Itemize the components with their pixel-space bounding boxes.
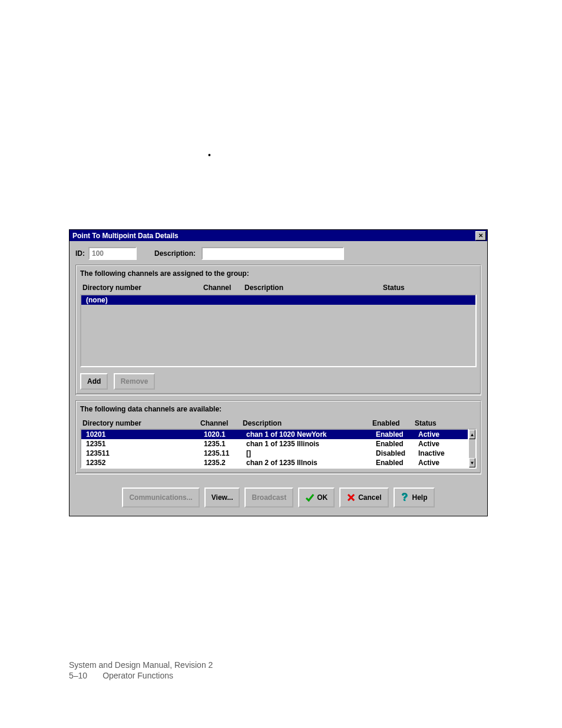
col-status: Status — [415, 419, 462, 427]
help-button[interactable]: ?? Help — [394, 487, 435, 508]
table-row[interactable]: 12351 1235.1 chan 1 of 1235 Illinois Ena… — [81, 439, 468, 449]
assigned-caption: The following channels are assigned to t… — [80, 269, 477, 278]
titlebar: Point To Multipoint Data Details ✕ — [70, 230, 487, 241]
cancel-label: Cancel — [358, 493, 381, 502]
dialog-window: Point To Multipoint Data Details ✕ ID: D… — [69, 229, 488, 516]
description-field[interactable] — [201, 247, 344, 260]
bullet-glyph: • — [208, 150, 211, 160]
help-label: Help — [412, 493, 428, 502]
assigned-row-text: (none) — [84, 296, 204, 304]
window-title: Point To Multipoint Data Details — [71, 232, 475, 240]
id-label: ID: — [75, 249, 85, 258]
description-label: Description: — [154, 249, 196, 258]
available-list[interactable]: 10201 1020.1 chan 1 of 1020 NewYork Enab… — [80, 429, 469, 469]
col-description: Description — [243, 419, 372, 427]
svg-text:?: ? — [401, 492, 408, 503]
assigned-list[interactable]: (none) — [80, 294, 477, 367]
close-icon[interactable]: ✕ — [475, 231, 486, 241]
table-row[interactable]: 123511 1235.11 [] Disabled Inactive — [81, 449, 468, 458]
table-row[interactable]: 10201 1020.1 chan 1 of 1020 NewYork Enab… — [81, 430, 468, 439]
list-item[interactable]: (none) — [81, 295, 475, 305]
button-bar: Communications... View... Broadcast OK C… — [70, 480, 487, 516]
ok-button[interactable]: OK — [298, 487, 335, 508]
assigned-headers: Directory number Channel Description Sta… — [80, 282, 477, 293]
col-channel: Channel — [200, 419, 243, 427]
footer-page-number: 5–10 — [69, 671, 87, 680]
col-description: Description — [244, 284, 383, 292]
table-row[interactable]: 12352 1235.2 chan 2 of 1235 Illnois Enab… — [81, 458, 468, 467]
footer-line1: System and Design Manual, Revision 2 — [69, 660, 213, 671]
scrollbar[interactable]: ▲ ▼ — [469, 429, 477, 469]
view-button[interactable]: View... — [204, 487, 240, 508]
col-directory-number: Directory number — [80, 284, 203, 292]
col-enabled: Enabled — [372, 419, 415, 427]
col-channel: Channel — [203, 284, 244, 292]
question-icon: ?? — [401, 492, 410, 503]
scroll-down-icon[interactable]: ▼ — [469, 458, 475, 467]
col-directory-number: Directory number — [80, 419, 200, 427]
cross-icon — [346, 493, 356, 502]
assigned-panel: The following channels are assigned to t… — [75, 265, 481, 396]
ok-label: OK — [317, 493, 328, 502]
add-button[interactable]: Add — [80, 373, 108, 390]
remove-button: Remove — [114, 373, 156, 390]
id-field[interactable] — [88, 247, 137, 260]
col-status: Status — [383, 284, 430, 292]
available-panel: The following data channels are availabl… — [75, 400, 481, 475]
available-caption: The following data channels are availabl… — [80, 405, 477, 413]
scroll-track[interactable] — [469, 439, 475, 458]
broadcast-button: Broadcast — [244, 487, 293, 508]
page-footer: System and Design Manual, Revision 2 5–1… — [69, 660, 213, 681]
footer-section: Operator Functions — [103, 671, 173, 680]
cancel-button[interactable]: Cancel — [339, 487, 388, 508]
communications-button: Communications... — [122, 487, 199, 508]
scroll-up-icon[interactable]: ▲ — [469, 430, 475, 439]
check-icon — [305, 493, 315, 502]
available-headers: Directory number Channel Description Ena… — [80, 418, 477, 429]
